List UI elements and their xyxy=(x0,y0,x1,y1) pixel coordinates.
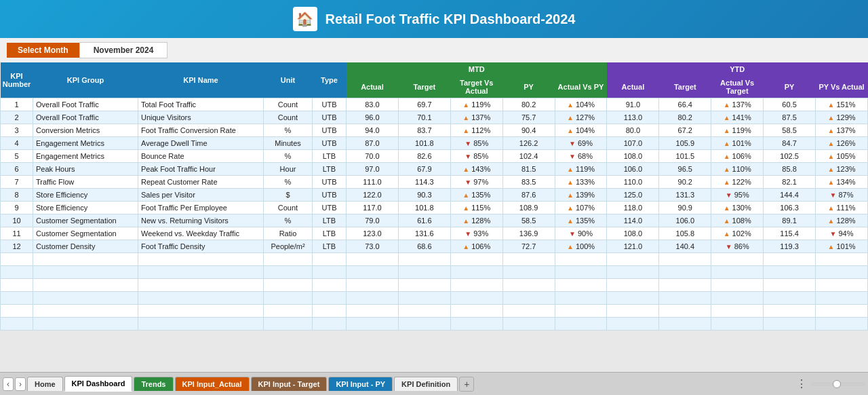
arrow-up-icon: ▲ xyxy=(724,166,730,173)
tab-prev-button[interactable]: ‹ xyxy=(3,377,14,391)
table-row: 8Store EfficiencySales per Visitor$UTB12… xyxy=(1,189,868,202)
mtd-tva-header: Target Vs Actual xyxy=(450,76,502,98)
table-row: 7Traffic FlowRepeat Customer Rate%UTB111… xyxy=(1,176,868,189)
select-month-button[interactable]: Select Month xyxy=(7,43,79,58)
arrow-up-icon: ▲ xyxy=(462,114,469,121)
mtd-py-header: PY xyxy=(502,76,555,98)
arrow-up-icon: ▲ xyxy=(724,178,730,186)
arrow-up-icon: ▲ xyxy=(462,127,469,134)
month-value: November 2024 xyxy=(79,42,168,58)
ytd-actual-header: Actual xyxy=(607,76,659,98)
arrow-down-icon: ▼ xyxy=(726,243,732,250)
arrow-up-icon: ▲ xyxy=(827,127,834,134)
table-row: 2Overall Foot TrafficUnique VisitorsCoun… xyxy=(1,111,868,124)
arrow-up-icon: ▲ xyxy=(462,101,469,109)
arrow-up-icon: ▲ xyxy=(567,243,574,250)
arrow-up-icon: ▲ xyxy=(462,217,469,225)
mtd-avpy-header: Actual Vs PY xyxy=(555,76,607,98)
arrow-down-icon: ▼ xyxy=(569,140,576,147)
arrow-up-icon: ▲ xyxy=(827,153,834,160)
table-row: 10Customer SegmentationNew vs. Returning… xyxy=(1,214,868,227)
arrow-up-icon: ▲ xyxy=(827,243,834,250)
arrow-up-icon: ▲ xyxy=(567,204,574,212)
empty-row xyxy=(1,318,868,331)
arrow-up-icon: ▲ xyxy=(827,114,834,121)
header-icon: 🏠 xyxy=(293,7,317,31)
mtd-actual-header: Actual xyxy=(347,76,399,98)
table-container: KPI Number KPI Group KPI Name Unit Type … xyxy=(0,62,868,394)
ytd-group-header: YTD xyxy=(607,62,868,76)
arrow-down-icon: ▼ xyxy=(465,178,471,186)
arrow-up-icon: ▲ xyxy=(827,178,834,186)
table-row: 6Peak HoursPeak Foot Traffic HourHourLTB… xyxy=(1,163,868,176)
bottom-tabs: ‹ › Home KPI Dashboard Trends KPI Input_… xyxy=(0,372,868,395)
header: 🏠 Retail Foot Traffic KPI Dashboard-2024 xyxy=(0,0,868,38)
col-type: Type xyxy=(313,62,347,98)
arrow-down-icon: ▼ xyxy=(465,140,471,147)
arrow-up-icon: ▲ xyxy=(462,166,469,173)
arrow-down-icon: ▼ xyxy=(830,230,837,238)
col-unit: Unit xyxy=(264,62,313,98)
tab-menu-icon[interactable]: ⋮ xyxy=(796,377,807,390)
empty-row xyxy=(1,266,868,279)
mtd-target-header: Target xyxy=(398,76,450,98)
arrow-down-icon: ▼ xyxy=(830,191,837,199)
arrow-up-icon: ▲ xyxy=(827,166,834,173)
tab-home[interactable]: Home xyxy=(27,377,63,391)
arrow-down-icon: ▼ xyxy=(569,230,576,238)
empty-row xyxy=(1,253,868,266)
zoom-bar-container[interactable] xyxy=(811,382,865,386)
arrow-up-icon: ▲ xyxy=(724,114,730,121)
tab-definition[interactable]: KPI Definition xyxy=(394,377,458,391)
month-bar: Select Month November 2024 xyxy=(0,38,868,62)
arrow-up-icon: ▲ xyxy=(827,101,834,109)
empty-row xyxy=(1,292,868,305)
table-row: 3Conversion MetricsFoot Traffic Conversi… xyxy=(1,124,868,137)
tab-kpi-dashboard[interactable]: KPI Dashboard xyxy=(64,376,133,392)
table-row: 9Store EfficiencyFoot Traffic Per Employ… xyxy=(1,202,868,214)
arrow-up-icon: ▲ xyxy=(567,166,574,173)
col-kpi-group: KPI Group xyxy=(33,62,138,98)
tab-add-button[interactable]: + xyxy=(459,377,474,392)
arrow-up-icon: ▲ xyxy=(567,101,574,109)
arrow-up-icon: ▲ xyxy=(724,153,730,160)
tab-input-py[interactable]: KPI Input - PY xyxy=(328,377,393,391)
tab-trends[interactable]: Trends xyxy=(134,377,173,391)
ytd-target-header: Target xyxy=(659,76,711,98)
arrow-up-icon: ▲ xyxy=(462,191,469,199)
table-row: 5Engagement MetricsBounce Rate%LTB70.082… xyxy=(1,150,868,163)
ytd-pva-header: PY Vs Actual xyxy=(816,76,868,98)
arrow-up-icon: ▲ xyxy=(827,217,834,225)
arrow-up-icon: ▲ xyxy=(567,127,574,134)
table-row: 1Overall Foot TrafficTotal Foot TrafficC… xyxy=(1,98,868,111)
arrow-down-icon: ▼ xyxy=(726,191,732,199)
page-title: Retail Foot Traffic KPI Dashboard-2024 xyxy=(326,12,576,27)
zoom-handle[interactable] xyxy=(833,380,841,388)
ytd-py-header: PY xyxy=(764,76,816,98)
arrow-down-icon: ▼ xyxy=(569,153,576,160)
arrow-up-icon: ▲ xyxy=(567,178,574,186)
col-kpi-number: KPI Number xyxy=(1,62,33,98)
table-row: 11Customer SegmentationWeekend vs. Weekd… xyxy=(1,227,868,240)
tab-input-target[interactable]: KPI Input - Target xyxy=(251,377,328,391)
arrow-up-icon: ▲ xyxy=(724,217,730,225)
ytd-avt-header: Actual Vs Target xyxy=(711,76,764,98)
arrow-up-icon: ▲ xyxy=(724,140,730,147)
table-row: 12Customer DensityFoot Traffic DensityPe… xyxy=(1,240,868,253)
tab-input-actual[interactable]: KPI Input_Actual xyxy=(175,377,250,391)
arrow-down-icon: ▼ xyxy=(465,153,471,160)
zoom-bar xyxy=(811,382,865,386)
table-row: 4Engagement MetricsAverage Dwell TimeMin… xyxy=(1,137,868,150)
empty-row xyxy=(1,305,868,318)
arrow-up-icon: ▲ xyxy=(567,191,574,199)
arrow-up-icon: ▲ xyxy=(567,217,574,225)
arrow-up-icon: ▲ xyxy=(827,204,834,212)
arrow-up-icon: ▲ xyxy=(724,230,730,238)
arrow-up-icon: ▲ xyxy=(724,204,730,212)
arrow-up-icon: ▲ xyxy=(462,204,469,212)
arrow-down-icon: ▼ xyxy=(465,230,471,238)
tab-next-button[interactable]: › xyxy=(15,377,26,391)
arrow-up-icon: ▲ xyxy=(827,140,834,147)
empty-row xyxy=(1,279,868,292)
arrow-up-icon: ▲ xyxy=(567,114,574,121)
